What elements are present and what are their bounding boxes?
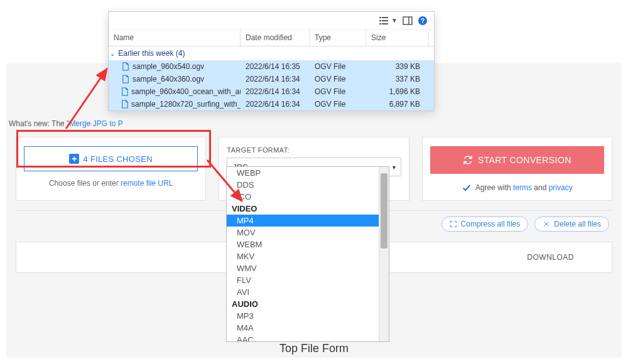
chooser-hint-prefix: Choose files or enter [49, 179, 121, 188]
file-type: OGV File [310, 60, 366, 73]
dropdown-option[interactable]: AAC [227, 334, 379, 341]
file-date: 2022/6/14 16:34 [241, 73, 310, 85]
delete-all-button[interactable]: Delete all files [534, 217, 609, 232]
file-explorer-window: ▼ ? Name Date modified Type Size ⌄ Earli… [108, 11, 435, 111]
dropdown-option[interactable]: M4A [227, 322, 379, 334]
remote-url-link[interactable]: remote file URL [121, 179, 173, 188]
file-icon [121, 62, 130, 71]
file-name: sample_960x540.ogv [133, 62, 204, 71]
agree-and: and [532, 183, 549, 192]
agree-prefix: Agree with [475, 183, 513, 192]
file-row[interactable]: sample_640x360.ogv2022/6/14 16:34OGV Fil… [109, 73, 434, 85]
start-conversion-button[interactable]: START CONVERSION [430, 146, 604, 174]
file-size: 6,897 KB [366, 98, 429, 110]
check-icon[interactable] [462, 183, 472, 193]
terms-link[interactable]: terms [513, 183, 532, 192]
svg-rect-8 [403, 17, 412, 24]
dropdown-option[interactable]: MP3 [227, 310, 379, 322]
file-date: 2022/6/14 16:34 [241, 98, 310, 110]
col-name[interactable]: Name [109, 29, 241, 46]
file-date: 2022/6/14 16:34 [241, 85, 310, 98]
start-conversion-label: START CONVERSION [478, 155, 571, 165]
scrollbar-thumb[interactable] [381, 173, 387, 249]
file-row[interactable]: sample_1280x720_surfing_with_audio.ogv20… [109, 98, 434, 110]
help-icon[interactable]: ? [418, 16, 428, 26]
bulk-actions-row: Compress all files Delete all files [441, 217, 609, 232]
file-name: sample_1280x720_surfing_with_audio.ogv [131, 100, 241, 109]
file-explorer-header: Name Date modified Type Size [109, 29, 434, 46]
svg-rect-7 [382, 23, 388, 24]
dropdown-option[interactable]: FLV [227, 274, 379, 286]
file-name: sample_960x400_ocean_with_audio.ogv [131, 87, 241, 96]
dropdown-option[interactable]: MP4 [227, 215, 379, 227]
action-card: START CONVERSION Agree with terms and pr… [422, 137, 612, 201]
file-group-label: Earlier this week (4) [118, 49, 185, 58]
col-size[interactable]: Size [366, 29, 429, 46]
dropdown-group: AUDIO [227, 298, 379, 310]
svg-rect-4 [379, 20, 381, 21]
file-rows: sample_960x540.ogv2022/6/14 16:35OGV Fil… [109, 60, 434, 110]
files-chosen-label: 4 FILES CHOSEN [83, 154, 152, 164]
top-formats-heading: Top File Form [0, 342, 628, 355]
svg-rect-3 [382, 17, 388, 18]
dropdown-option[interactable]: WMV [227, 262, 379, 274]
col-type[interactable]: Type [310, 29, 366, 46]
file-icon [121, 75, 130, 83]
file-type: OGV File [310, 98, 366, 110]
dropdown-option[interactable]: WEBP [227, 167, 379, 179]
file-size: 337 KB [366, 73, 429, 85]
plus-icon: + [69, 154, 79, 164]
dropdown-group: VIDEO [227, 203, 379, 215]
file-icon [121, 87, 129, 96]
file-row[interactable]: sample_960x540.ogv2022/6/14 16:35OGV Fil… [109, 60, 434, 73]
file-group-header[interactable]: ⌄ Earlier this week (4) [109, 46, 434, 60]
close-icon [543, 220, 550, 228]
chevron-down-icon: ⌄ [110, 50, 115, 57]
svg-rect-5 [382, 20, 388, 21]
whats-new-line: What's new: The "Merge JPG to P [9, 119, 123, 128]
download-label: DOWNLOAD [527, 253, 574, 262]
whats-new-prefix: What's new: The " [9, 119, 69, 128]
scrollbar[interactable] [379, 167, 389, 341]
dropdown-option[interactable]: AVI [227, 286, 379, 298]
file-chooser-card: + 4 FILES CHOSEN Choose files or enter r… [16, 137, 206, 201]
chooser-hint: Choose files or enter remote file URL [49, 179, 173, 188]
compress-icon [450, 220, 457, 228]
dropdown-option[interactable]: MKV [227, 250, 379, 262]
agree-line: Agree with terms and privacy [430, 183, 604, 193]
file-date: 2022/6/14 16:35 [241, 60, 310, 73]
target-format-label: TARGET FORMAT: [227, 146, 401, 154]
dropdown-option[interactable]: ICO [227, 191, 379, 203]
privacy-link[interactable]: privacy [549, 183, 573, 192]
svg-text:?: ? [421, 18, 425, 24]
file-explorer-toolbar: ▼ ? [109, 12, 434, 29]
delete-all-label: Delete all files [554, 220, 601, 228]
file-icon [121, 100, 129, 109]
files-chosen-button[interactable]: + 4 FILES CHOSEN [24, 146, 198, 171]
format-dropdown-list[interactable]: WEBPDDSICOVIDEOMP4MOVWEBMMKVWMVFLVAVIAUD… [227, 167, 379, 341]
svg-rect-6 [379, 23, 381, 24]
dropdown-option[interactable]: WEBM [227, 238, 379, 250]
chevron-down-icon: ▾ [392, 164, 396, 171]
file-type: OGV File [310, 85, 366, 98]
view-list-icon[interactable] [379, 16, 389, 26]
preview-pane-icon[interactable] [403, 16, 413, 26]
chevron-down-icon[interactable]: ▼ [391, 17, 398, 24]
file-name: sample_640x360.ogv [133, 75, 204, 83]
compress-all-button[interactable]: Compress all files [441, 217, 529, 232]
dropdown-option[interactable]: MOV [227, 227, 379, 238]
format-dropdown-panel: WEBPDDSICOVIDEOMP4MOVWEBMMKVWMVFLVAVIAUD… [226, 166, 389, 342]
file-type: OGV File [310, 73, 366, 85]
file-row[interactable]: sample_960x400_ocean_with_audio.ogv2022/… [109, 85, 434, 98]
file-size: 1,696 KB [366, 85, 429, 98]
refresh-icon [463, 155, 473, 165]
dropdown-option[interactable]: DDS [227, 179, 379, 191]
svg-rect-2 [379, 17, 381, 18]
whats-new-link[interactable]: Merge JPG to P [69, 119, 122, 128]
col-date[interactable]: Date modified [241, 29, 310, 46]
compress-all-label: Compress all files [461, 220, 521, 228]
file-size: 339 KB [366, 60, 429, 73]
